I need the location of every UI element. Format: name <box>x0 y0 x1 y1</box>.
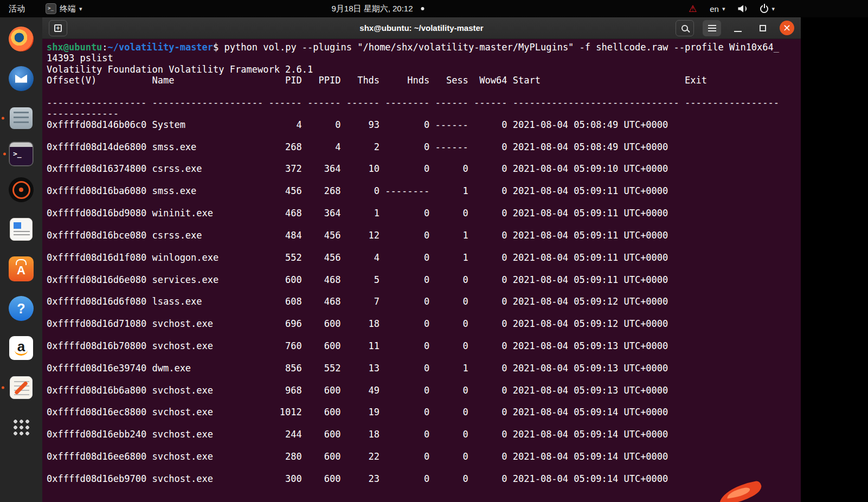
hamburger-icon <box>708 25 716 31</box>
minimize-button[interactable] <box>730 20 746 36</box>
show-apps-icon <box>12 419 30 436</box>
terminal-text-segment <box>47 351 119 362</box>
restore-button[interactable] <box>755 20 771 36</box>
clock-menu[interactable]: 9月18日 星期六, 20:12 <box>328 0 427 17</box>
ubuntu-software-icon: A <box>9 256 34 281</box>
terminal-text-segment <box>47 285 119 296</box>
terminal-text-segment: 0xffffd08d16d71080 svchost.exe 696 600 1… <box>47 318 779 329</box>
amazon-glyph: a <box>17 338 25 355</box>
terminal-text-segment: 0xffffd08d16b70800 svchost.exe 760 600 1… <box>47 340 779 351</box>
terminal-icon: >_ <box>9 142 33 166</box>
dock-item-firefox[interactable] <box>9 27 34 52</box>
terminal-text-segment: : <box>102 42 107 53</box>
terminal-text-segment <box>47 330 119 340</box>
running-indicator <box>2 387 4 389</box>
running-indicator <box>3 153 6 156</box>
power-icon <box>760 5 768 13</box>
dock-item-files[interactable] <box>9 106 34 131</box>
firefox-icon <box>9 27 34 52</box>
terminal-text-segment: python vol.py --plugins "/home/shx/volat… <box>224 42 780 53</box>
running-indicator <box>2 117 4 120</box>
terminal-text-segment <box>47 175 119 185</box>
terminal-text-segment <box>47 484 119 495</box>
menu-button[interactable] <box>703 20 721 36</box>
terminal-text-segment <box>47 263 119 274</box>
search-icon <box>681 25 688 31</box>
terminal-text-segment: $ <box>213 42 224 53</box>
app-menu-label: 终端 <box>60 4 76 14</box>
terminal-output[interactable]: shx@ubuntu:~/volatility-master$ python v… <box>42 39 801 502</box>
dock-item-thunderbird[interactable] <box>9 66 34 91</box>
warning-icon[interactable]: ⚠ <box>689 3 697 14</box>
minimize-icon <box>734 31 742 32</box>
terminal-mini-icon: >_ <box>46 3 56 14</box>
media-player-icon <box>9 177 34 202</box>
thunderbird-icon <box>9 66 34 91</box>
terminal-text-segment <box>47 418 119 429</box>
workspace: >_A?a + shx@ubuntu: ~/volatility-master <box>0 17 868 502</box>
language-menu[interactable]: en ▾ <box>706 0 728 17</box>
terminal-text-segment: 0xffffd08d16eb9700 svchost.exe 300 600 2… <box>47 473 779 484</box>
dock-item-writer[interactable] <box>9 217 34 242</box>
terminal-text-segment <box>47 462 119 473</box>
document-icon <box>10 218 33 241</box>
terminal-window: + shx@ubuntu: ~/volatility-master <box>42 17 801 502</box>
terminal-text-segment: 0xffffd08d16ba6080 smss.exe 456 268 0 --… <box>47 185 779 196</box>
terminal-text-segment: 0xffffd08d16ebb240 svchost.exe 244 600 1… <box>47 429 779 440</box>
dock-item-amazon[interactable]: a <box>9 336 34 361</box>
restore-icon <box>760 25 766 31</box>
terminal-text-segment: Offset(V) Name PID PPID Thds Hnds Sess W… <box>47 75 779 86</box>
terminal-text-segment <box>47 86 119 97</box>
terminal-text-segment: 0xffffd08d16bd9080 wininit.exe 468 364 1… <box>47 208 779 218</box>
terminal-text-segment: 0xffffd08d16bce080 csrss.exe 484 456 12 … <box>47 230 779 241</box>
help-glyph: ? <box>17 301 25 317</box>
terminal-text-segment <box>47 440 119 451</box>
close-icon: × <box>783 23 791 33</box>
terminal-text-segment: 14393 pslist <box>47 53 113 63</box>
terminal-mini-glyph: >_ <box>46 4 54 11</box>
new-tab-icon: + <box>54 24 62 32</box>
window-controls: × <box>676 20 794 36</box>
terminal-text-segment: 0xffffd08d16d6f080 lsass.exe 608 468 7 0… <box>47 296 779 307</box>
dock-item-media[interactable] <box>9 177 34 202</box>
clock-label: 9月18日 星期六, 20:12 <box>331 4 413 14</box>
terminal-text-segment <box>47 197 119 208</box>
terminal-text-segment: ------------- <box>47 108 119 119</box>
terminal-text-segment: shx@ubuntu <box>47 42 102 53</box>
dock-item-help[interactable]: ? <box>9 296 34 321</box>
terminal-text-segment: Volatility Foundation Volatility Framewo… <box>47 64 313 75</box>
terminal-glyph: >_ <box>13 150 22 158</box>
software-glyph: A <box>17 263 25 278</box>
dock-item-terminal[interactable]: >_ <box>9 141 34 166</box>
close-button[interactable]: × <box>780 21 794 35</box>
activities-button[interactable]: 活动 <box>5 0 28 17</box>
terminal-text-segment: 0xffffd08d16374800 csrss.exe 372 364 10 … <box>47 163 779 174</box>
power-menu[interactable]: ▾ <box>757 0 778 17</box>
terminal-text-segment <box>47 241 119 252</box>
dock-item-show-apps[interactable] <box>9 415 34 440</box>
amazon-icon: a <box>9 336 33 360</box>
volume-icon[interactable] <box>738 5 747 12</box>
terminal-titlebar[interactable]: + shx@ubuntu: ~/volatility-master <box>42 17 801 39</box>
dock-item-editor[interactable] <box>9 375 34 400</box>
terminal-text-segment <box>47 130 119 141</box>
dock-item-software[interactable]: A <box>9 256 34 281</box>
terminal-text-segment <box>47 219 119 230</box>
dock: >_A?a <box>0 17 42 502</box>
terminal-text-segment: 0xffffd08d16ee6800 svchost.exe 280 600 2… <box>47 451 779 462</box>
new-tab-button[interactable]: + <box>49 20 67 36</box>
terminal-text-segment: 0xffffd08d146b06c0 System 4 0 93 0 -----… <box>47 119 779 130</box>
top-bar: 活动 >_ 终端 ▾ 9月18日 星期六, 20:12 ⚠ en ▾ ▾ <box>0 0 868 17</box>
notification-dot <box>421 7 425 10</box>
terminal-text-segment <box>47 307 119 318</box>
chevron-down-icon: ▾ <box>79 5 82 12</box>
terminal-text-segment <box>47 374 119 384</box>
text-editor-icon <box>10 376 33 399</box>
terminal-text-segment: 0xffffd08d16e39740 dwm.exe 856 552 13 0 … <box>47 363 779 374</box>
terminal-text-segment <box>47 152 119 163</box>
search-button[interactable] <box>676 20 694 36</box>
help-icon: ? <box>9 296 34 321</box>
terminal-text-segment: 0xffffd08d14de6800 smss.exe 268 4 2 0 --… <box>47 141 779 152</box>
app-menu[interactable]: >_ 终端 ▾ <box>42 0 86 17</box>
desktop: 活动 >_ 终端 ▾ 9月18日 星期六, 20:12 ⚠ en ▾ ▾ <box>0 0 868 502</box>
